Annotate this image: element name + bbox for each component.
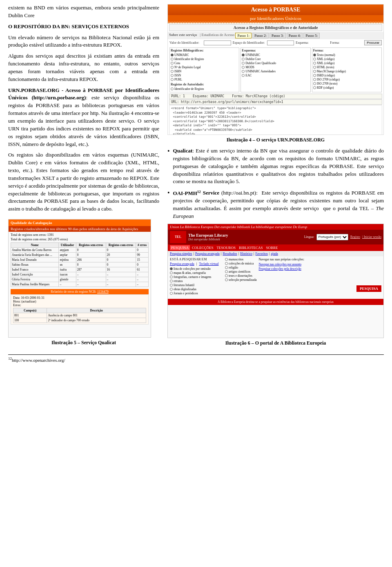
radio-teses: teses e dissertações (225, 274, 257, 278)
tel-nav-sobre[interactable]: SOBRE (265, 245, 279, 250)
porbase-title: Acesso à PORBASE (168, 4, 383, 15)
radio-dublin-core: Dublin Core (242, 57, 309, 61)
tab-pesquisa-simples[interactable]: Pesquisa simples (170, 252, 192, 255)
para-3: Alguns dos serviços aqui descritos já ex… (8, 52, 159, 83)
tel-body: ESTÁ A PESQUISAR EM Pesquisa avançada | … (168, 256, 383, 297)
bullet-text-2: OAI-PMH12 Service (http://oai.bn.pt): Es… (173, 189, 384, 220)
form-section: Forma: Texto (normal) XML (código) XML (… (312, 47, 382, 92)
bullet-oai: • OAI-PMH12 Service (http://oai.bn.pt): … (167, 189, 384, 220)
right-column: Acesso à PORBASE por Identificadores Úní… (167, 4, 384, 350)
step-5: Passo 5: (303, 33, 320, 38)
tel-logo-text: TEL (175, 235, 181, 239)
tel-nav-pesquisa[interactable]: PESQUISA (170, 245, 190, 250)
radio-marcx: MarcXChange (código) (313, 69, 381, 73)
tel-iniciar-link[interactable]: | Iniciar sessão (362, 235, 381, 239)
bullet-dot-2: • (167, 190, 170, 196)
radio-html: HTML (texto) (313, 65, 381, 69)
col-util: Utilizador (59, 243, 76, 248)
main-content: existem na BND em vários esquemas, embor… (8, 4, 384, 350)
tab-historico[interactable]: Histórico (240, 252, 252, 255)
radio-isbd: ISBD (código) (313, 74, 381, 77)
tel-nav-tesouros[interactable]: TESOUROS (216, 245, 237, 250)
radio-id-registo: Identificador de Registo (171, 57, 238, 61)
qual-total1: Total de registos sem erros: 1391 (11, 233, 149, 237)
report-body: Data: 16-03-2006 01:31 Hora: (actualizar… (11, 294, 149, 325)
para-registos: Os registos são disponibilizados em vári… (8, 151, 159, 213)
radio-dot (170, 292, 173, 295)
oai-label: OAI-PMH12 (173, 190, 201, 196)
tab-resultados[interactable]: Resultados (223, 252, 237, 255)
caption-4: Ilustração 4 – O serviço URN.PORBASE.ORG (167, 137, 384, 143)
form-input-2[interactable] (267, 40, 294, 45)
radio-iso-txt: ISO 2709 (texto) (313, 82, 381, 85)
radio-schema-unimarc: UNIMARC (242, 53, 309, 57)
heading-repositorio: O REPOSITÓRIO DA BN: SERVIÇOS EXTERNOS (8, 23, 159, 31)
tab-favoritos[interactable]: Favoritos (256, 252, 268, 255)
left-column: existem na BND em vários esquemas, embor… (8, 4, 159, 350)
radio-dot (170, 280, 173, 282)
radio-mods: MODS (242, 65, 309, 69)
radio-xml-cod: XML (código) (313, 57, 381, 61)
radio-mapas: mapas & atlas, cartografia (170, 271, 223, 275)
radio-dep-legal: Nº de Depósito Legal (171, 65, 238, 69)
tel-teclado-link[interactable]: Teclado virtual (199, 262, 218, 266)
table-row: Maria José Douradomjrdou266015 (11, 258, 149, 262)
tel-right-cols: manuscritos colecções de música religião… (225, 258, 381, 282)
tab-sep-1: | (193, 252, 194, 255)
radio-eac: EAC (242, 74, 309, 77)
tel-pesq-col[interactable]: Pesquisar colecções pela descrição (259, 267, 305, 271)
tab-sep-3: | (238, 252, 239, 255)
radio-retratos: retratos (170, 279, 223, 283)
table-row: Anastácia Faria Rodrigues das ...anpfar0… (11, 253, 149, 258)
radio-dot (225, 274, 228, 277)
tel-nav-coleccoes[interactable]: COLECÇÕES (191, 245, 215, 250)
report-title: Relatório de erros do registo NCB: 11564… (11, 289, 149, 294)
tab-ajuda[interactable]: ajuda (271, 252, 278, 255)
para-2: Um elevado número de serviços na Bibliot… (8, 34, 159, 49)
radio-isbn: ISBN (171, 69, 238, 73)
radio-issn: ISSN (171, 74, 238, 77)
radio-dot (170, 267, 173, 270)
tel-lang-select[interactable]: Português (por) (316, 234, 348, 240)
tab-pesquisa-avancada[interactable]: Pesquisa avançada (195, 252, 220, 255)
tel-pesq-avancada-link[interactable]: Pesquisa avançada (170, 262, 194, 266)
caption-5: Ilustração 5 – Serviço Qualicat (8, 340, 159, 346)
form-input-1[interactable] (204, 40, 231, 45)
porbase-url-bar: PURL: 1 Esquema: UNIMARC Forma: MarcXCha… (169, 94, 382, 99)
radio-unimarc-aut: UNIMARC Autoridades (242, 69, 309, 73)
report-table: Campo(s)Descrição 801Ausência do campo 8… (13, 308, 146, 323)
col-com-erros: Registos com erros (106, 243, 136, 248)
tel-registo-link[interactable]: Registo (350, 235, 360, 239)
porbase-url-bar2: URL: http://urn.porbase.org/purl/unimarc… (169, 99, 382, 105)
tel-lang-label: Língua: (304, 235, 314, 239)
tel-nav-prop: Navegar nas suas próprias colecções: (259, 258, 305, 261)
illustration-6-container: Union La Biblioteca Europea Det europeis… (167, 224, 384, 346)
tel-nav: PESQUISA COLECÇÕES TESOUROS BIBLIOTECAS … (168, 244, 383, 251)
qual-body: Total de registos sem erros: 1391 Total … (9, 232, 151, 326)
radio-lit-infantil: literatura Infantil (170, 283, 223, 287)
report-date: Data: 16-03-2006 01:31 (13, 296, 146, 300)
tab-sep-2: | (221, 252, 222, 255)
reg-bib-section: Registos Bibliográficos: UNIMARC Identif… (169, 47, 239, 92)
col-campo: Campo(s) (13, 308, 47, 313)
tel-nav-assunto[interactable]: Navegar nas colecções por assunto (259, 262, 305, 266)
procurar-button[interactable]: Procurar (364, 40, 382, 45)
tel-pesquisa-button[interactable]: PESQUISA (356, 285, 381, 292)
porbase-form: Valor do Identificador: Espaço do Identi… (168, 39, 383, 47)
radio-dot (225, 258, 228, 261)
radio-fotos: fotografias, cartazes e imagens (170, 275, 223, 279)
form-title: Forma: (313, 49, 381, 52)
footnote-num: 12 (8, 356, 12, 361)
illustration-5-container: Qualidade da Catalogação Registos criado… (8, 219, 159, 346)
porbase-subtitle: por Identificadores Únívicos (168, 15, 383, 22)
tel-right-col2: Navegar nas suas próprias colecções: Nav… (259, 258, 305, 282)
radio-iso-cod: ISO 2709 (código) (313, 78, 381, 81)
form-label-3: Esquema: (296, 41, 328, 45)
radio-manuscritos: manuscritos (225, 258, 257, 261)
para-1: existem na BND em vários esquemas, embor… (8, 4, 159, 20)
radio-xml-cod2: XML (código) (313, 61, 381, 65)
tel-search-btn-area: PESQUISA (225, 285, 381, 292)
qualicat-image: Qualidade da Catalogação Registos criado… (8, 219, 151, 338)
porbase-xml: <record format="Unimarc" type="bibliogra… (169, 105, 382, 135)
tel-nav-bibliotecas[interactable]: BIBLIOTECAS (238, 245, 264, 250)
